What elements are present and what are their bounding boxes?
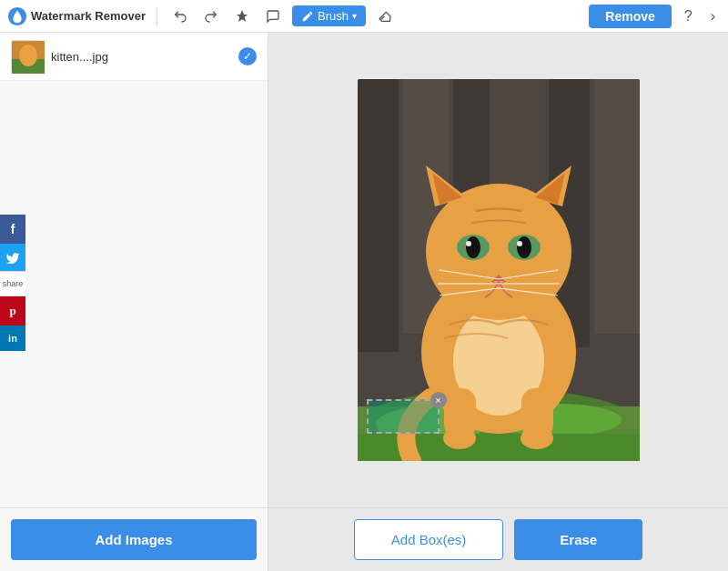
sidebar-content	[0, 81, 268, 507]
image-container[interactable]: ×	[268, 33, 728, 507]
content-area: × Add Box(es) Erase	[268, 33, 728, 571]
redo-button[interactable]	[199, 6, 223, 26]
brush-label: Brush	[318, 9, 349, 23]
toolbar-divider-1	[157, 7, 157, 25]
pinterest-icon: p	[9, 304, 15, 318]
next-button[interactable]: ›	[705, 5, 721, 27]
twitter-icon	[5, 251, 20, 264]
linkedin-share-button[interactable]: in	[0, 326, 25, 351]
toolbar: Watermark Remover Brush ▾ Remove ?	[0, 0, 728, 33]
file-thumbnail-img	[12, 41, 45, 74]
toolbar-right: Remove ? ›	[589, 5, 721, 28]
svg-point-30	[517, 236, 531, 258]
svg-point-22	[426, 184, 571, 320]
app-title: Watermark Remover	[31, 9, 146, 23]
svg-point-29	[466, 236, 480, 258]
svg-point-3	[19, 45, 37, 66]
main-image-wrapper: ×	[358, 79, 640, 461]
brush-dropdown-icon: ▾	[352, 11, 357, 21]
twitter-share-button[interactable]	[0, 244, 25, 271]
social-bar: f share p in	[0, 215, 25, 351]
linkedin-icon: in	[8, 333, 17, 344]
svg-point-20	[443, 427, 476, 449]
comment-icon	[266, 9, 280, 24]
file-thumbnail	[11, 40, 44, 73]
add-box-button[interactable]: Add Box(es)	[354, 519, 504, 560]
sidebar-bottom: Add Images	[0, 507, 268, 571]
file-check-icon: ✓	[238, 47, 257, 65]
share-label-button[interactable]: share	[0, 271, 25, 296]
redo-icon	[204, 9, 218, 24]
file-name: kitten....jpg	[51, 50, 108, 64]
share-text: share	[3, 279, 24, 288]
facebook-icon: f	[11, 222, 15, 236]
selection-box[interactable]: ×	[367, 399, 440, 434]
erase-button[interactable]: Erase	[514, 519, 642, 560]
comment-button[interactable]	[261, 6, 285, 26]
pinterest-share-button[interactable]: p	[0, 296, 25, 326]
undo-icon	[173, 9, 187, 24]
brush-button[interactable]: Brush ▾	[292, 5, 366, 26]
svg-point-21	[521, 427, 553, 449]
pin-icon	[235, 9, 249, 24]
file-item[interactable]: kitten....jpg ✓	[0, 33, 268, 81]
add-images-button[interactable]: Add Images	[11, 519, 257, 560]
sidebar: kitten....jpg ✓ f share p in	[0, 33, 268, 571]
undo-button[interactable]	[168, 6, 192, 26]
selection-close-button[interactable]: ×	[430, 392, 447, 408]
app-logo: Watermark Remover	[7, 6, 146, 26]
help-button[interactable]: ?	[679, 5, 698, 27]
eraser-icon	[378, 9, 392, 24]
erase-tool-button[interactable]	[373, 6, 397, 26]
content-bottom-bar: Add Box(es) Erase	[268, 507, 728, 571]
brush-icon	[301, 10, 314, 23]
svg-point-31	[466, 241, 471, 246]
pin-button[interactable]	[230, 6, 254, 26]
app-logo-icon	[7, 6, 27, 26]
svg-rect-10	[594, 79, 640, 334]
main-area: kitten....jpg ✓ f share p in	[0, 33, 728, 571]
svg-point-32	[517, 241, 522, 246]
svg-rect-5	[358, 79, 399, 352]
remove-button[interactable]: Remove	[589, 5, 671, 28]
facebook-share-button[interactable]: f	[0, 215, 25, 244]
